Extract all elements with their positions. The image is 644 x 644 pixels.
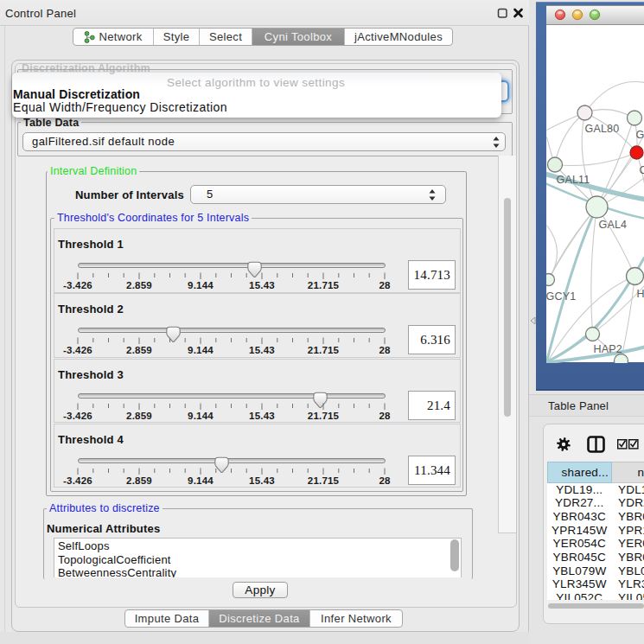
- svg-text:GCY1: GCY1: [546, 290, 576, 302]
- svg-text:HAP2: HAP2: [593, 342, 622, 354]
- svg-text:GAL4: GAL4: [598, 218, 627, 230]
- svg-text:GA: GA: [635, 128, 644, 140]
- svg-text:GAL80: GAL80: [584, 122, 619, 134]
- svg-text:GAL11: GAL11: [556, 173, 590, 185]
- svg-text:H: H: [636, 287, 644, 299]
- svg-text:C: C: [639, 163, 644, 175]
